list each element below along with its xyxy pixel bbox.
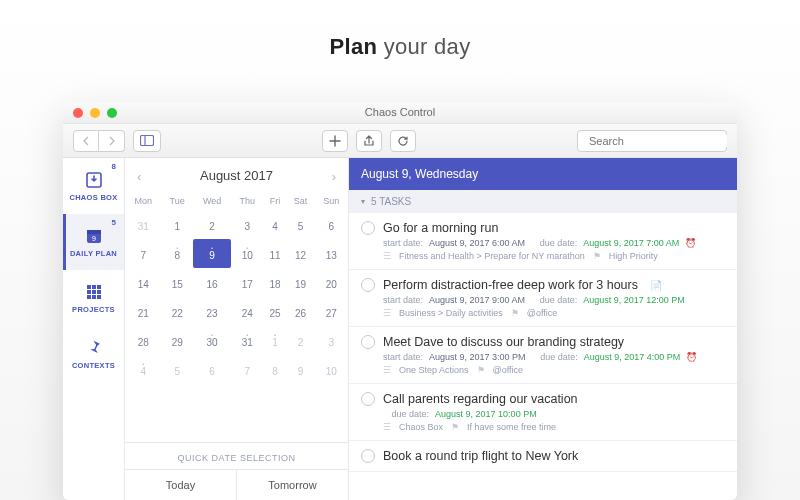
calendar-day[interactable]: 20 xyxy=(315,268,348,297)
task-checkbox[interactable] xyxy=(361,449,375,463)
calendar-day[interactable]: 17 xyxy=(231,268,263,297)
tag-icon: ⚑ xyxy=(593,251,601,261)
quick-tomorrow-button[interactable]: Tomorrow xyxy=(237,470,348,500)
nav-forward-button[interactable] xyxy=(99,130,125,152)
calendar-day[interactable]: 2 xyxy=(193,210,231,239)
plus-icon xyxy=(329,135,341,147)
calendar-day[interactable]: 29 xyxy=(161,326,193,355)
calendar-day[interactable]: 11 xyxy=(263,239,286,268)
calendar-day[interactable]: 3 xyxy=(231,210,263,239)
month-label: August 2017 xyxy=(200,168,273,183)
calendar-day[interactable]: 28 xyxy=(125,326,161,355)
search-field[interactable] xyxy=(577,130,727,152)
rail-projects[interactable]: PROJECTS xyxy=(63,270,124,326)
folder-icon: ☰ xyxy=(383,422,391,432)
svg-rect-10 xyxy=(97,285,101,289)
rail-daily-plan[interactable]: 5 9 DAILY PLAN xyxy=(63,214,124,270)
calendar-day[interactable]: 4 xyxy=(263,210,286,239)
calendar-day[interactable]: 14 xyxy=(125,268,161,297)
svg-rect-6 xyxy=(87,230,101,234)
search-input[interactable] xyxy=(589,135,727,147)
calendar-day[interactable]: 2 xyxy=(287,326,315,355)
calendar-day[interactable]: 25 xyxy=(263,297,286,326)
share-button[interactable] xyxy=(356,130,382,152)
prev-month-button[interactable]: ‹ xyxy=(131,167,147,186)
task-checkbox[interactable] xyxy=(361,335,375,349)
calendar-day[interactable]: 1 xyxy=(161,210,193,239)
titlebar: Chaos Control xyxy=(63,102,737,124)
grid-icon xyxy=(84,282,104,302)
calendar-day[interactable]: •10 xyxy=(231,239,263,268)
calendar-day[interactable]: 8 xyxy=(263,355,286,384)
task-item[interactable]: Call parents regarding our vacation due … xyxy=(349,384,737,441)
calendar-day[interactable]: •9 xyxy=(193,239,231,268)
calendar-day[interactable]: •4 xyxy=(125,355,161,384)
tag-icon: ⚑ xyxy=(451,422,459,432)
calendar-day[interactable]: 13 xyxy=(315,239,348,268)
sidebar-icon xyxy=(140,135,154,146)
task-item[interactable]: Meet Dave to discuss our branding strate… xyxy=(349,327,737,384)
calendar-day[interactable]: 24 xyxy=(231,297,263,326)
folder-icon: ☰ xyxy=(383,308,391,318)
weekday-label: Tue xyxy=(161,192,193,210)
chevron-right-icon xyxy=(108,136,116,146)
alarm-icon: ⏰ xyxy=(686,352,697,362)
share-icon xyxy=(363,135,375,147)
calendar-day[interactable]: •31 xyxy=(231,326,263,355)
rail-chaos-box[interactable]: 8 CHAOS BOX xyxy=(63,158,124,214)
calendar-day[interactable]: 9 xyxy=(287,355,315,384)
task-item[interactable]: Book a round trip flight to New York xyxy=(349,441,737,472)
svg-rect-0 xyxy=(141,136,154,146)
next-month-button[interactable]: › xyxy=(326,167,342,186)
day-header: August 9, Wednesday xyxy=(349,158,737,190)
calendar-day[interactable]: 21 xyxy=(125,297,161,326)
weekday-label: Sun xyxy=(315,192,348,210)
calendar-day[interactable]: 3 xyxy=(315,326,348,355)
alarm-icon: ⏰ xyxy=(685,238,696,248)
refresh-icon xyxy=(397,135,409,147)
add-button[interactable] xyxy=(322,130,348,152)
page-headline: Plan your day xyxy=(0,0,800,60)
weekday-label: Fri xyxy=(263,192,286,210)
task-item[interactable]: Perform distraction-free deep work for 3… xyxy=(349,270,737,327)
svg-rect-15 xyxy=(92,295,96,299)
svg-rect-11 xyxy=(87,290,91,294)
rail-contexts[interactable]: CONTEXTS xyxy=(63,326,124,382)
svg-rect-9 xyxy=(92,285,96,289)
task-title: Meet Dave to discuss our branding strate… xyxy=(383,335,624,349)
quick-date-label: QUICK DATE SELECTION xyxy=(125,442,348,469)
task-checkbox[interactable] xyxy=(361,221,375,235)
svg-rect-12 xyxy=(92,290,96,294)
quick-today-button[interactable]: Today xyxy=(125,470,237,500)
calendar-day[interactable]: 15 xyxy=(161,268,193,297)
task-checkbox[interactable] xyxy=(361,392,375,406)
calendar-day[interactable]: 10 xyxy=(315,355,348,384)
task-checkbox[interactable] xyxy=(361,278,375,292)
svg-rect-14 xyxy=(87,295,91,299)
calendar-day[interactable]: •8 xyxy=(161,239,193,268)
sidebar-toggle-button[interactable] xyxy=(133,130,161,152)
calendar-day[interactable]: 23 xyxy=(193,297,231,326)
calendar-day[interactable]: 22 xyxy=(161,297,193,326)
calendar-day[interactable]: 19 xyxy=(287,268,315,297)
task-item[interactable]: Go for a morning runstart date: August 9… xyxy=(349,213,737,270)
task-count-row[interactable]: ▾ 5 TASKS xyxy=(349,190,737,213)
calendar-day[interactable]: 18 xyxy=(263,268,286,297)
calendar-day[interactable]: 6 xyxy=(315,210,348,239)
calendar-day[interactable]: 7 xyxy=(231,355,263,384)
calendar-day[interactable]: 27 xyxy=(315,297,348,326)
calendar-day[interactable]: 16 xyxy=(193,268,231,297)
calendar-day[interactable]: •1 xyxy=(263,326,286,355)
calendar-day[interactable]: 5 xyxy=(161,355,193,384)
calendar-day[interactable]: 26 xyxy=(287,297,315,326)
calendar-day[interactable]: 5 xyxy=(287,210,315,239)
nav-back-button[interactable] xyxy=(73,130,99,152)
calendar-day[interactable]: 31 xyxy=(125,210,161,239)
folder-icon: ☰ xyxy=(383,365,391,375)
calendar-day[interactable]: •30 xyxy=(193,326,231,355)
calendar-day[interactable]: 7 xyxy=(125,239,161,268)
calendar-day[interactable]: 12 xyxy=(287,239,315,268)
tag-icon: ⚑ xyxy=(511,308,519,318)
sync-button[interactable] xyxy=(390,130,416,152)
calendar-day[interactable]: 6 xyxy=(193,355,231,384)
